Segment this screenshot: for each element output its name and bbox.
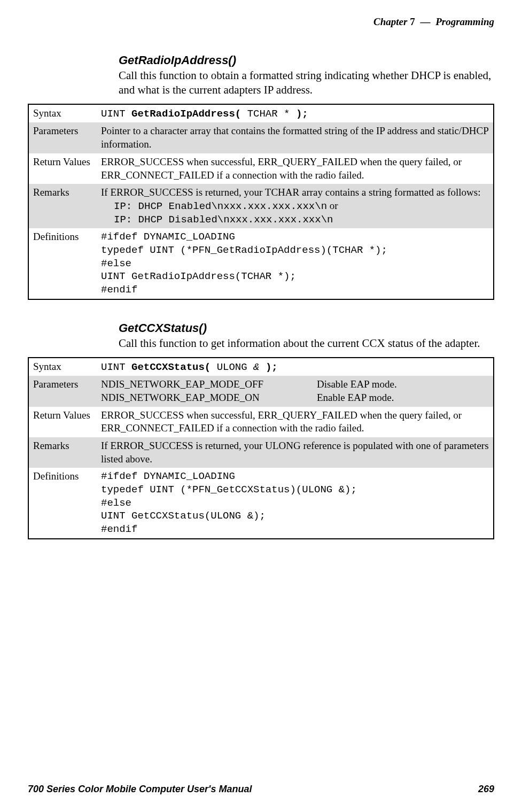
label-parameters: Parameters bbox=[28, 376, 97, 406]
label-definitions: Definitions bbox=[28, 468, 97, 538]
remarks-code-line1: IP: DHCP Enabled\nxxx.xxx.xxx.xxx\n or bbox=[114, 199, 489, 213]
param2-name: NDIS_NETWORK_EAP_MODE_ON bbox=[101, 391, 304, 405]
row-parameters: Parameters Pointer to a character array … bbox=[28, 122, 494, 153]
cell-syntax: UINT GetCCXStatus( ULONG & ); bbox=[97, 358, 494, 376]
cell-remarks: If ERROR_SUCCESS is returned, your TCHAR… bbox=[97, 184, 494, 228]
api-table-getccxstatus: Syntax UINT GetCCXStatus( ULONG & ); Par… bbox=[28, 357, 494, 539]
cell-definitions: #ifdef DYNAMIC_LOADING typedef UINT (*PF… bbox=[97, 228, 494, 299]
label-syntax: Syntax bbox=[28, 104, 97, 123]
label-definitions: Definitions bbox=[28, 228, 97, 299]
definitions-code: #ifdef DYNAMIC_LOADING typedef UINT (*PF… bbox=[101, 470, 489, 536]
cell-definitions: #ifdef DYNAMIC_LOADING typedef UINT (*PF… bbox=[97, 468, 494, 538]
syntax-italic: & bbox=[253, 361, 259, 373]
cell-parameters: NDIS_NETWORK_EAP_MODE_OFF Disable EAP mo… bbox=[97, 376, 494, 406]
row-syntax: Syntax UINT GetRadioIpAddress( TCHAR * )… bbox=[28, 104, 494, 123]
page: Chapter 7 — Programming GetRadioIpAddres… bbox=[0, 0, 522, 812]
remarks-intro: If ERROR_SUCCESS is returned, your TCHAR… bbox=[101, 186, 489, 199]
section-getccxstatus: GetCCXStatus() Call this function to get… bbox=[119, 321, 494, 351]
api-table-getradioipaddress: Syntax UINT GetRadioIpAddress( TCHAR * )… bbox=[28, 104, 494, 300]
param1-desc: Disable EAP mode. bbox=[317, 378, 397, 391]
param1-name: NDIS_NETWORK_EAP_MODE_OFF bbox=[101, 378, 304, 391]
cell-syntax: UINT GetRadioIpAddress( TCHAR * ); bbox=[97, 104, 494, 123]
section-getradioipaddress: GetRadioIpAddress() Call this function t… bbox=[119, 53, 494, 97]
param2-desc: Enable EAP mode. bbox=[317, 391, 394, 405]
syntax-fn: GetCCXStatus( bbox=[131, 361, 211, 373]
row-return: Return Values ERROR_SUCCESS when success… bbox=[28, 407, 494, 437]
row-remarks: Remarks If ERROR_SUCCESS is returned, yo… bbox=[28, 184, 494, 228]
page-number: 269 bbox=[478, 784, 494, 795]
syntax-mid: ULONG bbox=[211, 361, 253, 373]
syntax-pre: UINT bbox=[101, 108, 131, 120]
row-remarks: Remarks If ERROR_SUCCESS is returned, yo… bbox=[28, 437, 494, 468]
row-parameters: Parameters NDIS_NETWORK_EAP_MODE_OFF Dis… bbox=[28, 376, 494, 406]
section-description: Call this function to obtain a formatted… bbox=[119, 68, 494, 97]
label-remarks: Remarks bbox=[28, 184, 97, 228]
cell-parameters: Pointer to a character array that contai… bbox=[97, 122, 494, 153]
param-row-1: NDIS_NETWORK_EAP_MODE_OFF Disable EAP mo… bbox=[101, 378, 489, 391]
label-return: Return Values bbox=[28, 153, 97, 184]
row-syntax: Syntax UINT GetCCXStatus( ULONG & ); bbox=[28, 358, 494, 376]
syntax-pre: UINT bbox=[101, 361, 131, 373]
label-return: Return Values bbox=[28, 407, 97, 437]
syntax-mid: TCHAR * bbox=[241, 108, 296, 120]
syntax-end: ); bbox=[296, 108, 308, 120]
row-definitions: Definitions #ifdef DYNAMIC_LOADING typed… bbox=[28, 468, 494, 538]
section-heading: GetRadioIpAddress() bbox=[119, 53, 494, 67]
param-row-2: NDIS_NETWORK_EAP_MODE_ON Enable EAP mode… bbox=[101, 391, 489, 405]
syntax-fn: GetRadioIpAddress( bbox=[131, 108, 241, 120]
cell-return: ERROR_SUCCESS when successful, ERR_QUERY… bbox=[97, 407, 494, 437]
cell-remarks: If ERROR_SUCCESS is returned, your ULONG… bbox=[97, 437, 494, 468]
remarks-code-line2: IP: DHCP Disabled\nxxx.xxx.xxx.xxx\n bbox=[114, 213, 489, 227]
row-definitions: Definitions #ifdef DYNAMIC_LOADING typed… bbox=[28, 228, 494, 299]
definitions-code: #ifdef DYNAMIC_LOADING typedef UINT (*PF… bbox=[101, 230, 489, 296]
section-description: Call this function to get information ab… bbox=[119, 336, 494, 351]
label-parameters: Parameters bbox=[28, 122, 97, 153]
label-remarks: Remarks bbox=[28, 437, 97, 468]
header-dash: — bbox=[420, 16, 430, 27]
chapter-word: Chapter bbox=[373, 16, 407, 27]
label-syntax: Syntax bbox=[28, 358, 97, 376]
running-header: Chapter 7 — Programming bbox=[28, 16, 494, 28]
page-footer: 700 Series Color Mobile Computer User's … bbox=[28, 784, 494, 795]
chapter-title: Programming bbox=[435, 16, 494, 27]
chapter-number: 7 bbox=[410, 16, 415, 27]
footer-title: 700 Series Color Mobile Computer User's … bbox=[28, 784, 252, 795]
cell-return: ERROR_SUCCESS when successful, ERR_QUERY… bbox=[97, 153, 494, 184]
syntax-end: ); bbox=[259, 361, 277, 373]
row-return: Return Values ERROR_SUCCESS when success… bbox=[28, 153, 494, 184]
section-heading: GetCCXStatus() bbox=[119, 321, 494, 335]
